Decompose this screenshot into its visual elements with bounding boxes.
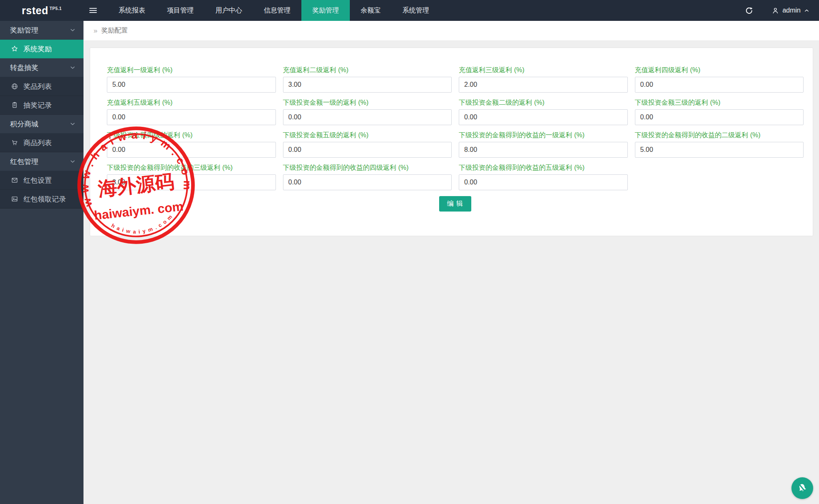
- field-label: 充值返利一级返利 (%): [107, 66, 276, 74]
- form-field: 下级投资金额五级的返利 (%): [283, 131, 452, 158]
- sidebar-group-points-mall[interactable]: 积分商城: [0, 115, 83, 134]
- main-content: » 奖励配置 充值返利一级返利 (%) 充值返利二级返利 (%) 充值返利三级返…: [83, 21, 819, 504]
- field-label: 下级投资金额四级的返利 (%): [107, 131, 276, 139]
- refresh-icon: [745, 7, 753, 15]
- field-input-invest-income-rebate-l5[interactable]: [459, 174, 628, 190]
- sidebar-item-lottery-records[interactable]: 抽奖记录: [0, 96, 83, 115]
- form-field: 充值返利二级返利 (%): [283, 66, 452, 93]
- form-field: 充值返利五级返利 (%): [107, 99, 276, 125]
- sidebar: 奖励管理 系统奖励 转盘抽奖 奖品列表 抽奖记录 积分商城 商品列表 红包管理 …: [0, 21, 83, 504]
- nav-item-projects[interactable]: 项目管理: [156, 0, 205, 21]
- nav-item-yuebao[interactable]: 余额宝: [350, 0, 392, 21]
- field-input-invest-income-rebate-l3[interactable]: [107, 174, 276, 190]
- sidebar-filler: [0, 209, 83, 504]
- bell-off-icon: [796, 482, 809, 494]
- field-label: 下级投资的金额得到的收益的五级返利 (%): [459, 164, 628, 171]
- field-label: 下级投资的金额得到的收益的四级返利 (%): [283, 164, 452, 171]
- topbar: rstedTP5.1 系统报表 项目管理 用户中心 信息管理 奖励管理 余额宝 …: [0, 0, 819, 21]
- field-input-invest-income-rebate-l2[interactable]: [635, 142, 804, 158]
- sidebar-group-label: 积分商城: [10, 119, 69, 129]
- field-input-invest-income-rebate-l4[interactable]: [283, 174, 452, 190]
- field-label: 充值返利三级返利 (%): [459, 66, 628, 74]
- hamburger-icon: [89, 7, 97, 14]
- nav-item-rewards[interactable]: 奖励管理: [301, 0, 350, 21]
- sidebar-item-label: 红包领取记录: [23, 194, 66, 204]
- sidebar-item-goods-list[interactable]: 商品列表: [0, 134, 83, 152]
- logo-text: rsted: [22, 5, 48, 17]
- refresh-button[interactable]: [741, 0, 757, 21]
- cart-icon: [11, 139, 18, 146]
- reward-config-form: 充值返利一级返利 (%) 充值返利二级返利 (%) 充值返利三级返利 (%) 充…: [107, 66, 804, 190]
- sidebar-item-label: 系统奖励: [23, 44, 52, 54]
- field-input-invest-income-rebate-l1[interactable]: [459, 142, 628, 158]
- field-input-recharge-rebate-l1[interactable]: [107, 77, 276, 93]
- chevron-down-icon: [69, 27, 76, 33]
- form-actions: 编 辑: [107, 196, 804, 212]
- notification-fab-button[interactable]: [791, 477, 813, 499]
- field-input-recharge-rebate-l3[interactable]: [459, 77, 628, 93]
- sidebar-group-rewards[interactable]: 奖励管理: [0, 21, 83, 40]
- field-label: 下级投资金额五级的返利 (%): [283, 131, 452, 139]
- form-field: 下级投资金额二级的返利 (%): [459, 99, 628, 125]
- reward-config-card: 充值返利一级返利 (%) 充值返利二级返利 (%) 充值返利三级返利 (%) 充…: [90, 48, 813, 236]
- breadcrumb: » 奖励配置: [83, 21, 819, 41]
- form-field: 下级投资的金额得到的收益的四级返利 (%): [283, 164, 452, 190]
- user-icon: [771, 7, 779, 15]
- nav-item-info[interactable]: 信息管理: [253, 0, 301, 21]
- nav-item-reports[interactable]: 系统报表: [108, 0, 156, 21]
- sidebar-group-label: 转盘抽奖: [10, 63, 69, 73]
- sidebar-item-system-rewards[interactable]: 系统奖励: [0, 40, 83, 58]
- envelope-icon: [11, 176, 18, 184]
- field-label: 充值返利二级返利 (%): [283, 66, 452, 74]
- form-field: 下级投资的金额得到的收益的三级返利 (%): [107, 164, 276, 190]
- field-label: 充值返利五级返利 (%): [107, 99, 276, 106]
- sidebar-item-red-packet-settings[interactable]: 红包设置: [0, 171, 83, 190]
- user-menu[interactable]: admin: [771, 7, 810, 15]
- field-input-invest-amount-rebate-l1[interactable]: [283, 109, 452, 125]
- field-label: 下级投资的金额得到的收益的一级返利 (%): [459, 131, 628, 139]
- chevron-down-icon: [69, 158, 76, 165]
- clipboard-icon: [11, 101, 18, 109]
- sidebar-item-red-packet-claim-records[interactable]: 红包领取记录: [0, 190, 83, 209]
- sidebar-group-label: 奖励管理: [10, 25, 69, 35]
- nav-item-users[interactable]: 用户中心: [205, 0, 253, 21]
- edit-button[interactable]: 编 辑: [439, 196, 471, 212]
- field-label: 下级投资金额三级的返利 (%): [635, 99, 804, 106]
- sidebar-group-red-packet[interactable]: 红包管理: [0, 152, 83, 171]
- sidebar-item-prize-list[interactable]: 奖品列表: [0, 77, 83, 96]
- sidebar-item-label: 红包设置: [23, 176, 52, 185]
- globe-icon: [11, 83, 18, 90]
- app-logo: rstedTP5.1: [0, 0, 83, 21]
- topbar-right: admin: [741, 0, 819, 21]
- sidebar-group-label: 红包管理: [10, 157, 69, 166]
- breadcrumb-separator-icon: »: [94, 27, 97, 35]
- field-input-recharge-rebate-l5[interactable]: [107, 109, 276, 125]
- field-label: 充值返利四级返利 (%): [635, 66, 804, 74]
- user-name: admin: [782, 7, 801, 14]
- form-field: 下级投资的金额得到的收益的五级返利 (%): [459, 164, 628, 190]
- field-input-invest-amount-rebate-l3[interactable]: [635, 109, 804, 125]
- field-label: 下级投资的金额得到的收益的二级返利 (%): [635, 131, 804, 139]
- field-label: 下级投资金额二级的返利 (%): [459, 99, 628, 106]
- field-label: 下级投资金额一级的返利 (%): [283, 99, 452, 106]
- form-field: 下级投资的金额得到的收益的一级返利 (%): [459, 131, 628, 158]
- sidebar-item-label: 奖品列表: [23, 82, 52, 91]
- form-field: 下级投资金额四级的返利 (%): [107, 131, 276, 158]
- field-input-invest-amount-rebate-l5[interactable]: [283, 142, 452, 158]
- form-field: 下级投资的金额得到的收益的二级返利 (%): [635, 131, 804, 158]
- form-field: 下级投资金额三级的返利 (%): [635, 99, 804, 125]
- form-field: 充值返利一级返利 (%): [107, 66, 276, 93]
- sidebar-toggle-button[interactable]: [83, 0, 103, 21]
- field-input-recharge-rebate-l2[interactable]: [283, 77, 452, 93]
- sidebar-group-lottery-wheel[interactable]: 转盘抽奖: [0, 58, 83, 77]
- chevron-down-icon: [69, 121, 76, 127]
- field-input-invest-amount-rebate-l4[interactable]: [107, 142, 276, 158]
- field-input-recharge-rebate-l4[interactable]: [635, 77, 804, 93]
- sidebar-item-label: 抽奖记录: [23, 101, 52, 110]
- nav-item-system[interactable]: 系统管理: [392, 0, 440, 21]
- page-title: 奖励配置: [101, 26, 128, 35]
- field-input-invest-amount-rebate-l2[interactable]: [459, 109, 628, 125]
- sidebar-item-label: 商品列表: [23, 138, 52, 148]
- chevron-up-icon: [804, 8, 810, 14]
- star-icon: [11, 45, 18, 53]
